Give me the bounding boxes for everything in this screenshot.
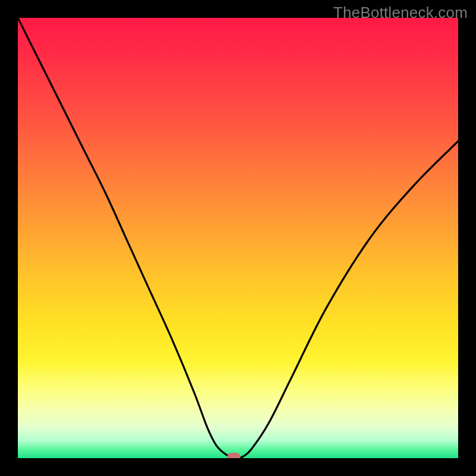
curve-svg xyxy=(18,18,458,458)
plot-area xyxy=(18,18,458,458)
bottleneck-curve-path xyxy=(18,18,458,458)
watermark-text: TheBottleneck.com xyxy=(333,4,468,22)
valley-marker xyxy=(227,453,240,458)
chart-frame: TheBottleneck.com xyxy=(0,0,476,476)
